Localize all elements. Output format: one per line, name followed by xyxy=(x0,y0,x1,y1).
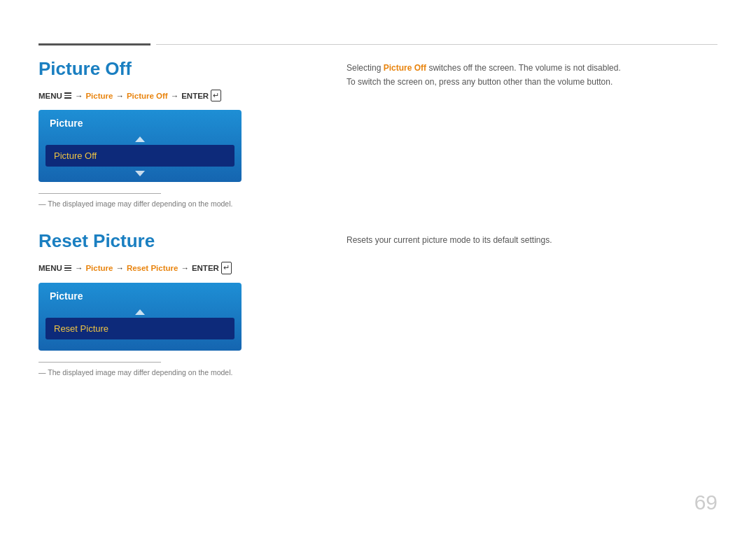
section-reset-picture: Reset Picture MENU → Picture → Reset Pic… xyxy=(38,230,718,376)
section2-arrow-up xyxy=(38,307,241,318)
section2-menu-title: Picture xyxy=(50,290,83,302)
section2-description: Resets your current picture mode to its … xyxy=(346,233,718,247)
section2-divider xyxy=(38,362,161,363)
desc1-prefix: Selecting xyxy=(346,63,384,73)
top-divider-thick xyxy=(38,43,150,45)
breadcrumb2-arrow1: → xyxy=(75,264,83,272)
section1-arrow-up xyxy=(38,134,241,145)
section1-arrow-down xyxy=(38,167,241,182)
page-container: Picture Off MENU → Picture → Picture Off… xyxy=(0,0,756,534)
section2-menu-header: Picture xyxy=(38,283,241,307)
section1-divider xyxy=(38,193,161,194)
svg-marker-2 xyxy=(135,309,145,315)
section1-breadcrumb: MENU → Picture → Picture Off → ENTER ↵ xyxy=(38,90,298,101)
section1-menu-item-pictureoff[interactable]: Picture Off xyxy=(46,145,234,167)
section2-menu-box: Picture Reset Picture xyxy=(38,283,241,351)
breadcrumb-arrow3: → xyxy=(171,92,179,100)
breadcrumb2-resetpicture: Reset Picture xyxy=(127,264,178,272)
enter-icon2: ↵ xyxy=(221,262,232,274)
section1-note: ― The displayed image may differ dependi… xyxy=(38,199,298,208)
desc1-highlight: Picture Off xyxy=(384,63,426,73)
top-divider-thin xyxy=(156,44,718,45)
breadcrumb-picture1: Picture xyxy=(85,92,113,100)
desc1-suffix: switches off the screen. The volume is n… xyxy=(426,63,621,73)
breadcrumb2-picture: Picture xyxy=(85,264,113,272)
section2-right: Resets your current picture mode to its … xyxy=(312,230,718,376)
page-number: 69 xyxy=(694,491,718,514)
section1-menu-box: Picture Picture Off xyxy=(38,110,241,182)
menu-icon xyxy=(64,92,71,99)
menu-icon2 xyxy=(64,265,71,272)
breadcrumb-arrow2: → xyxy=(115,92,124,100)
breadcrumb-menu-label: MENU xyxy=(38,92,62,100)
section2-title: Reset Picture xyxy=(38,230,298,252)
section2-bottom-space xyxy=(38,339,241,351)
svg-marker-0 xyxy=(135,136,145,142)
desc1-line2: To switch the screen on, press any butto… xyxy=(346,77,612,87)
section1-description: Selecting Picture Off switches off the s… xyxy=(346,61,718,90)
breadcrumb2-arrow2: → xyxy=(115,264,124,272)
section1-left: Picture Off MENU → Picture → Picture Off… xyxy=(38,58,312,208)
breadcrumb2-enter-label: ENTER xyxy=(192,264,219,272)
section2-breadcrumb: MENU → Picture → Reset Picture → ENTER ↵ xyxy=(38,262,298,274)
section1-menu-title: Picture xyxy=(50,118,83,129)
section1-right: Selecting Picture Off switches off the s… xyxy=(312,58,718,208)
breadcrumb-pictureoff: Picture Off xyxy=(127,92,168,100)
section1-menu-header: Picture xyxy=(38,110,241,134)
breadcrumb-arrow1: → xyxy=(75,92,83,100)
breadcrumb2-menu-label: MENU xyxy=(38,264,62,272)
section-picture-off: Picture Off MENU → Picture → Picture Off… xyxy=(38,58,718,208)
section1-title: Picture Off xyxy=(38,58,298,80)
section2-note: ― The displayed image may differ dependi… xyxy=(38,368,298,377)
top-divider xyxy=(38,0,718,45)
breadcrumb2-arrow3: → xyxy=(181,264,189,272)
svg-marker-1 xyxy=(135,171,145,176)
enter-icon: ↵ xyxy=(211,90,221,101)
breadcrumb-enter-label: ENTER xyxy=(181,92,209,100)
section2-left: Reset Picture MENU → Picture → Reset Pic… xyxy=(38,230,312,376)
section2-menu-item-resetpicture[interactable]: Reset Picture xyxy=(46,318,234,339)
